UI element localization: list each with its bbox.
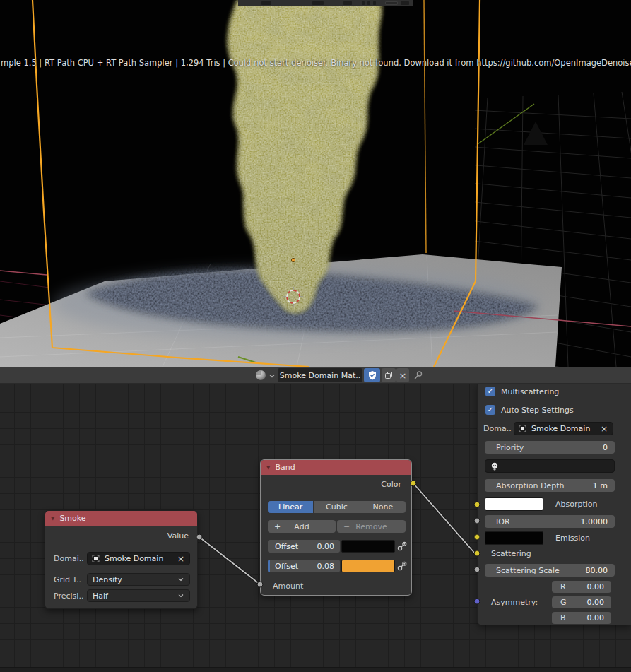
mesh-object-icon: [519, 425, 526, 432]
interpolation-segmented-control: Linear Cubic None: [268, 501, 406, 513]
material-name-field[interactable]: Smoke Domain Mat..: [278, 368, 362, 382]
unlink-material-button[interactable]: ×: [396, 368, 409, 382]
absorption-color-swatch[interactable]: [485, 497, 543, 511]
offset-value: 0.08: [317, 562, 341, 571]
emission-label: Emission: [555, 534, 590, 543]
shield-check-icon: [367, 370, 377, 380]
domain-object-field[interactable]: Smoke Domain ×: [514, 422, 613, 435]
ior-field[interactable]: IOR 1.0000: [485, 515, 615, 528]
grid-type-value: Density: [93, 575, 122, 584]
absorption-depth-field[interactable]: Absorption Depth 1 m: [485, 479, 615, 492]
band-node[interactable]: ▼ Band Color Linear Cubic None + Add − R…: [260, 459, 412, 596]
smoke-node-header[interactable]: ▼ Smoke: [45, 511, 197, 526]
grid-type-label: Grid T..: [54, 574, 81, 586]
precision-value: Half: [93, 591, 108, 601]
offset-label: Offset: [268, 562, 298, 571]
band-amount-input-socket[interactable]: [257, 582, 264, 588]
asymmetry-input-socket[interactable]: [474, 599, 480, 605]
topbar-fragment: [343, 1, 352, 5]
stop0-offset-field[interactable]: Offset 0.00: [268, 540, 340, 553]
stop0-color-swatch[interactable]: [341, 540, 395, 553]
emission-color-swatch[interactable]: [485, 531, 543, 545]
g-value: 0.00: [587, 598, 612, 607]
asymmetry-g-field[interactable]: G 0.00: [552, 596, 611, 608]
priority-field[interactable]: Priority 0: [485, 441, 615, 454]
smoke-value-output-socket[interactable]: [196, 534, 203, 541]
asymmetry-b-field[interactable]: B 0.00: [552, 612, 611, 624]
collapse-triangle-icon[interactable]: ▼: [266, 465, 270, 471]
scattering-label: Scattering: [491, 549, 531, 558]
scattering-scale-field[interactable]: Scattering Scale 80.00: [485, 564, 615, 577]
offset-label: Offset: [268, 542, 298, 551]
material-preview-icon[interactable]: [255, 370, 268, 381]
smoke-node[interactable]: ▼ Smoke Value Domai.. Smoke Domain × Gri…: [45, 510, 198, 609]
scattering-input-socket[interactable]: [474, 550, 480, 557]
3d-viewport[interactable]: mple 1.5 | RT Path CPU + RT Path Sampler…: [0, 0, 631, 367]
pin-icon[interactable]: [413, 370, 423, 381]
mesh-object-icon: [92, 555, 100, 562]
ior-input-socket[interactable]: [474, 518, 480, 524]
remove-label: Remove: [355, 522, 387, 531]
link-value-amount: [199, 537, 260, 584]
shader-node-editor[interactable]: ▼ Smoke Value Domai.. Smoke Domain × Gri…: [0, 384, 631, 672]
blender-window: mple 1.5 | RT Path CPU + RT Path Sampler…: [0, 0, 631, 672]
g-label: G: [552, 598, 567, 607]
object-origin-dot: [291, 258, 295, 261]
grid-type-dropdown[interactable]: Density: [87, 573, 190, 586]
topbar-fragment: [362, 1, 365, 5]
key-icon[interactable]: [396, 541, 408, 552]
material-dropdown-chevron-icon[interactable]: [269, 373, 276, 379]
chevron-down-icon: [177, 593, 184, 599]
interp-none-button[interactable]: None: [360, 501, 406, 513]
band-node-header[interactable]: ▼ Band: [261, 460, 411, 475]
auto-step-checkbox[interactable]: ✓: [485, 405, 495, 415]
lightbulb-icon: [490, 461, 500, 471]
offset-value: 0.00: [317, 542, 341, 551]
node-title: Band: [275, 463, 295, 472]
priority-label: Priority: [485, 443, 524, 452]
domain-object-name: Smoke Domain: [531, 424, 590, 433]
close-icon[interactable]: ×: [601, 424, 613, 434]
absorption-input-socket[interactable]: [474, 502, 480, 508]
emission-input-socket[interactable]: [474, 534, 480, 541]
stop1-offset-field[interactable]: Offset 0.08: [268, 560, 340, 572]
fake-user-toggle[interactable]: [364, 368, 380, 382]
remove-stop-button[interactable]: − Remove: [337, 520, 406, 533]
domain-label: Doma..: [483, 423, 512, 435]
collapse-triangle-icon[interactable]: ▼: [51, 516, 54, 521]
precision-label: Precisi..: [54, 590, 83, 603]
bottom-editor-edge: [0, 667, 631, 672]
light-group-field[interactable]: [485, 459, 615, 473]
scattering-scale-input-socket[interactable]: [474, 567, 480, 573]
absorption-label: Absorption: [555, 500, 598, 509]
multiscattering-checkbox[interactable]: ✓: [485, 387, 495, 396]
interp-cubic-button[interactable]: Cubic: [314, 501, 359, 513]
add-stop-button[interactable]: + Add: [268, 520, 336, 533]
key-icon[interactable]: [396, 560, 408, 572]
topbar-fragment: [401, 1, 409, 5]
interp-linear-button[interactable]: Linear: [268, 501, 313, 513]
asymmetry-r-field[interactable]: R 0.00: [552, 581, 611, 593]
node-title: Smoke: [59, 514, 85, 523]
color-output-label: Color: [381, 480, 401, 489]
domain-object-field[interactable]: Smoke Domain ×: [87, 552, 190, 565]
ior-label: IOR: [485, 517, 510, 526]
copy-icon: [384, 370, 394, 380]
scattering-scale-value: 80.00: [586, 566, 615, 575]
ior-value: 1.0000: [581, 517, 615, 526]
value-output-label: Value: [167, 531, 189, 541]
auto-step-label: Auto Step Settings: [501, 406, 574, 415]
close-icon[interactable]: ×: [177, 554, 189, 564]
topbar-fragment: [385, 1, 398, 5]
multiscattering-label: Multiscattering: [501, 387, 559, 396]
check-icon: ✓: [488, 387, 493, 395]
check-icon: ✓: [488, 406, 493, 413]
add-label: Add: [294, 522, 309, 531]
volume-properties-panel[interactable]: ✓ Multiscattering ✓ Auto Step Settings D…: [477, 384, 631, 625]
scattering-scale-label: Scattering Scale: [485, 566, 560, 575]
precision-dropdown[interactable]: Half: [87, 589, 190, 602]
viewport-render: [0, 0, 631, 367]
stop1-color-swatch[interactable]: [341, 560, 395, 572]
duplicate-material-button[interactable]: [382, 368, 396, 382]
band-color-output-socket[interactable]: [411, 481, 417, 487]
